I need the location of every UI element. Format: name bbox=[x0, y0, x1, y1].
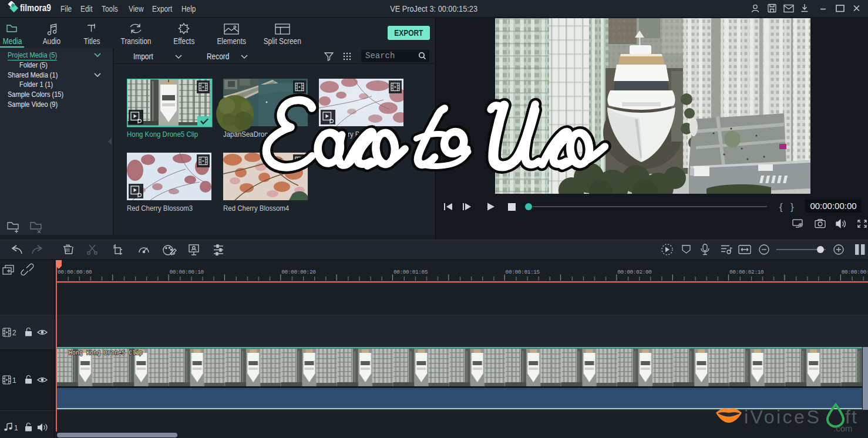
svg-text:2: 2 bbox=[12, 329, 16, 337]
svg-text:}: } bbox=[790, 201, 794, 213]
svg-text:00:00:00:10: 00:00:00:10 bbox=[170, 269, 204, 275]
svg-text:00:00:01:15: 00:00:01:15 bbox=[506, 269, 540, 275]
svg-text:.com: .com bbox=[833, 423, 853, 433]
svg-text:00:00:00:20: 00:00:00:20 bbox=[281, 269, 316, 275]
svg-text:00:00:02:10: 00:00:02:10 bbox=[729, 269, 764, 275]
svg-text:1: 1 bbox=[14, 424, 18, 432]
svg-text:{: { bbox=[779, 201, 783, 213]
svg-text:00:00:00:2: 00:00:00:2 bbox=[842, 269, 868, 275]
svg-text:00:00:02:00: 00:00:02:00 bbox=[617, 269, 652, 275]
svg-text:iVoiceS: iVoiceS bbox=[744, 406, 821, 427]
svg-text:00:00:00:00: 00:00:00:00 bbox=[58, 269, 92, 275]
svg-text:00:00:01:05: 00:00:01:05 bbox=[393, 269, 428, 275]
svg-text:Hong Kong Drone5 Clip: Hong Kong Drone5 Clip bbox=[69, 350, 143, 356]
svg-text:1: 1 bbox=[12, 376, 16, 385]
